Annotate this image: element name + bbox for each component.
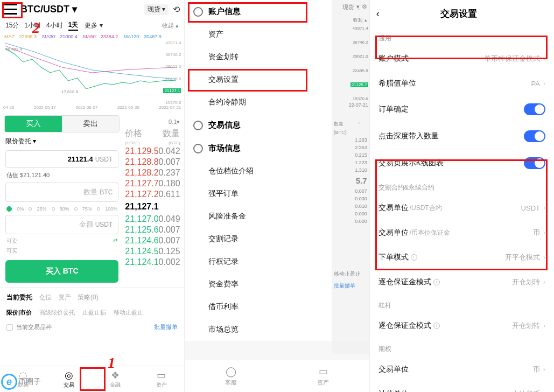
chevron-right-icon: › [543, 254, 545, 261]
chevron-right-icon: › [543, 80, 545, 87]
menu-icon[interactable] [4, 4, 17, 15]
row-isolated-margin[interactable]: 逐仓保证金模式i 开仓划转 › [370, 270, 554, 295]
orderbook-asks[interactable]: 21,129.50.042 21,128.80.007 21,128.20.23… [124, 146, 181, 200]
row-order-confirm[interactable]: 订单确定 [370, 96, 554, 123]
chevron-right-icon: › [543, 204, 545, 212]
market-icon [193, 144, 203, 153]
buy-tab[interactable]: 买入 [5, 116, 62, 132]
row-option-unit[interactable]: 交易单位 币 › [370, 357, 554, 382]
cancel-all-button[interactable]: 批量撤单 [154, 323, 178, 331]
pct-slider[interactable]: 0% 25% 50% 75% 100% [0, 204, 124, 213]
clock-icon [193, 7, 203, 17]
trade-info-icon [193, 121, 203, 130]
toggle-order-confirm[interactable] [524, 103, 545, 115]
settings-icon[interactable]: ⟲ [173, 4, 180, 15]
info-icon[interactable]: i [433, 279, 440, 285]
chevron-right-icon: › [543, 55, 545, 62]
support-icon[interactable]: ◯ [185, 366, 277, 377]
avail-buy: 可买 [6, 247, 17, 255]
chevron-right-icon: › [543, 229, 545, 236]
page-title: 交易设置 [380, 8, 538, 20]
swap-icon[interactable]: ⇄ [113, 237, 117, 245]
row-account-mode[interactable]: 账户模式 单币种保证金模式 › [370, 46, 554, 71]
wallet-icon[interactable]: ▭ [277, 366, 369, 377]
annotation-2: 2 [32, 19, 40, 37]
qty-input[interactable]: 数量 BTC [5, 183, 118, 202]
section-general: 通用 [370, 27, 554, 46]
annotation-1: 1 [108, 354, 115, 372]
trade-icon[interactable]: ◎ [46, 369, 93, 381]
section-lever: 杠杆 [370, 295, 554, 313]
current-symbol-label: 当前交易品种 [16, 323, 52, 331]
row-lever-isolated[interactable]: 逐仓保证金模式i 开仓划转 › [370, 313, 554, 338]
pair-selector[interactable]: BTC/USDT ▾ [20, 3, 77, 15]
wallet-icon[interactable]: ▭ [138, 369, 185, 381]
depth-selector[interactable]: 0.1 ▾ [124, 114, 181, 128]
mid-price: 21,127.1 [124, 200, 181, 214]
screen-trade: BTC/USDT ▾ 现货 ▾ ⟲ 2 15分 1小时 4小时 1天 更多 ▾ … [0, 0, 185, 392]
price-input[interactable]: 21121.4 USDT [5, 150, 118, 168]
ma-indicators: MA7: 22598.3 MA30: 21000.4 MA60: 23384.2… [0, 33, 184, 40]
order-tabs[interactable]: 当前委托 仓位 资产 策略(0) [0, 287, 184, 305]
screen-trade-settings: ‹ 交易设置 通用 账户模式 单币种保证金模式 › 希腊值单位 PA › 订单确… [370, 0, 554, 392]
toggle-depth-qty[interactable] [524, 130, 545, 142]
row-unit-usdt[interactable]: 交易单位/USDT合约 USDT › [370, 195, 554, 220]
row-show-kline[interactable]: 交易页展示K线图表 [370, 150, 554, 177]
price-chart[interactable]: 40,423.4 17,618.0 43871.4 36746.2 29621.… [2, 40, 182, 105]
chevron-right-icon: › [543, 278, 545, 286]
orderbook-bids[interactable]: 21,127.00.049 21,125.60.007 21,124.60.00… [124, 214, 181, 268]
screen-account-menu: 账户信息 ˄ 资产 资金划转 交易设置 合约冷静期 交易信息 ˅ 市场信息 ˄ … [185, 0, 369, 392]
current-symbol-checkbox[interactable] [6, 324, 13, 331]
section-option: 期权 [370, 338, 554, 357]
toggle-show-kline[interactable] [524, 157, 545, 169]
row-unit-coin[interactable]: 交易单位/币本位保证金 币 › [370, 220, 554, 245]
trade-type-selector[interactable]: 现货 ▾ [144, 4, 169, 15]
chevron-right-icon: › [543, 366, 545, 373]
chevron-right-icon: › [543, 322, 545, 330]
order-type-selector[interactable]: 限价委托 ▾ [5, 137, 36, 146]
info-icon[interactable]: i [433, 323, 440, 329]
sell-tab[interactable]: 卖出 [62, 116, 119, 132]
est-value: 估值 $21,121.40 [0, 170, 124, 180]
bottom-nav-2[interactable]: ◯客服 ▭资产 [185, 360, 369, 392]
row-depth-qty[interactable]: 点击深度带入数量 [370, 123, 554, 150]
row-order-mode[interactable]: 下单模式i 开平仓模式 › [370, 245, 554, 270]
chart-x-axis: 04-26 2022-05-17 2022-06-07 2022-06-29 2… [0, 105, 184, 112]
avail-sell: 可卖 [6, 237, 17, 245]
buy-sell-tabs[interactable]: 买入 卖出 [4, 115, 120, 132]
order-subtabs[interactable]: 限价|市价 高级限价委托 止盈止损 移动止盈止 [0, 305, 184, 320]
buy-button[interactable]: 买入 BTC [5, 260, 118, 283]
section-contract: 交割合约&永续合约 [370, 177, 554, 195]
row-quote-unit[interactable]: 计价单位 本地货币 › [370, 382, 554, 392]
collapse-chart[interactable]: 收起 ▴ [162, 22, 179, 30]
background-blur: 现货▾ ⚙ 收起 ▴ 43871.4 36746.2 29621.0 22495… [332, 0, 369, 354]
info-icon[interactable]: i [411, 254, 417, 261]
watermark-logo: e币圈子 [1, 374, 41, 390]
timeframe-tabs[interactable]: 15分 1小时 4小时 1天 更多 ▾ 收起 ▴ [0, 18, 184, 33]
row-greek-unit[interactable]: 希腊值单位 PA › [370, 71, 554, 96]
amount-input[interactable]: 金额 USDT [5, 215, 118, 234]
